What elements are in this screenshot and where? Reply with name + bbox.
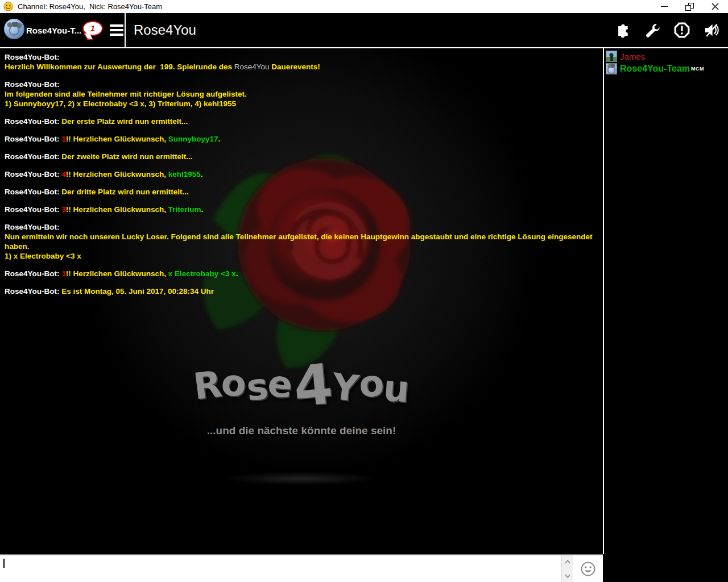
- chat-area: Rose4You ...und die nächste könnte deine…: [0, 48, 603, 554]
- chat-message: Rose4You-Bot: 3!! Herzlichen Glückwunsch…: [5, 205, 598, 214]
- message-segment: .: [236, 269, 238, 278]
- wrench-icon: [644, 22, 661, 39]
- chat-message: Rose4You-Bot: Der dritte Platz wird nun …: [5, 187, 598, 197]
- user-name: Rose4You-Team: [620, 64, 690, 74]
- chat-message: Rose4You-Bot: Der erste Platz wird nun e…: [5, 117, 598, 126]
- message-segment: Rose4You-Bot:: [5, 269, 61, 278]
- logo-letter: 4: [291, 351, 336, 419]
- message-line: 1) x Electrobaby <3 x: [5, 251, 598, 261]
- message-segment: Rose4You-Bot:: [5, 80, 60, 89]
- message-segment: Es ist Montag, 05. Juni 2017, 00:28:34 U…: [61, 287, 214, 296]
- channel-name[interactable]: Rose4You-T...: [26, 26, 81, 35]
- user-avatar: [606, 51, 617, 62]
- message-line: Rose4You-Bot: 1!! Herzlichen Glückwunsch…: [5, 269, 598, 278]
- message-segment: Rose4You-Bot:: [5, 170, 61, 178]
- userlist-item[interactable]: Rose4You-TeamMCM: [606, 63, 728, 74]
- composer-scrollbar[interactable]: [562, 555, 573, 582]
- restore-button[interactable]: [677, 0, 702, 13]
- message-input[interactable]: [0, 555, 561, 582]
- page-title: Rose4You: [134, 22, 196, 38]
- channel-avatar[interactable]: [4, 19, 24, 39]
- message-line: Rose4You-Bot:: [5, 80, 598, 89]
- userlist-item[interactable]: James: [606, 51, 728, 62]
- message-segment: Der dritte Platz wird nun ermittelt...: [61, 188, 189, 196]
- message-segment: 1) Sunnyboyy17, 2) x Electrobaby <3 x, 3…: [5, 99, 236, 108]
- message-line: Rose4You-Bot: 3!! Herzlichen Glückwunsch…: [5, 205, 598, 214]
- logo-letter: o: [357, 362, 385, 406]
- avatar-doodle: [7, 22, 22, 36]
- message-line: Nun ermitteln wir noch unseren Lucky Los…: [5, 232, 598, 251]
- message-line: 1) Sunnyboyy17, 2) x Electrobaby <3 x, 3…: [5, 99, 598, 109]
- message-line: Rose4You-Bot: Es ist Montag, 05. Juni 20…: [5, 286, 598, 296]
- message-line: Im folgenden sind alle Teilnehmer mit ri…: [5, 89, 598, 99]
- logo-text: Rose4You: [188, 344, 415, 409]
- menu-button[interactable]: [110, 24, 123, 36]
- minimize-button[interactable]: [651, 0, 677, 13]
- scroll-up-button[interactable]: [563, 557, 572, 566]
- chat-message: Rose4You-Bot: Der zweite Platz wird nun …: [5, 152, 598, 161]
- window-titlebar: Channel: Rose4You, Nick: Rose4You-Team: [0, 0, 728, 13]
- chat-message: Rose4You-Bot: 1!! Herzlichen Glückwunsch…: [5, 269, 598, 278]
- message-segment: Rose4You-Bot:: [5, 287, 61, 296]
- message-count-badge[interactable]: 1: [82, 21, 103, 36]
- message-composer: [0, 554, 603, 582]
- message-segment: Triterium: [168, 205, 201, 214]
- message-segment: 1) x Electrobaby <3 x: [5, 252, 81, 260]
- logo-letter: u: [382, 367, 411, 410]
- smiley-icon: [580, 561, 596, 577]
- close-button[interactable]: [702, 0, 728, 13]
- logo-letter: e: [266, 362, 295, 406]
- message-segment: Rose4You: [234, 63, 270, 71]
- chevron-up-icon: [565, 560, 570, 564]
- message-segment: .: [201, 205, 204, 214]
- message-line: Rose4You-Bot:: [5, 52, 598, 62]
- logo-letter: R: [191, 363, 224, 408]
- message-segment: 1: [61, 269, 66, 278]
- sound-muted-icon: [703, 22, 720, 39]
- chat-message: Rose4You-Bot:Im folgenden sind alle Teil…: [5, 80, 598, 109]
- chat-message: Rose4You-Bot:Nun ermitteln wir noch unse…: [5, 222, 598, 261]
- message-segment: !! Herzlichen Glückwunsch,: [66, 135, 168, 143]
- message-segment: Dauerevents!: [270, 63, 320, 71]
- message-segment: !! Herzlichen Glückwunsch,: [66, 269, 168, 278]
- message-line: Rose4You-Bot:: [5, 222, 598, 232]
- message-line: Rose4You-Bot: Der erste Platz wird nun e…: [5, 117, 598, 126]
- chat-message: Rose4You-Bot: Es ist Montag, 05. Juni 20…: [5, 286, 598, 296]
- watermark-logo: Rose4You ...und die nächste könnte deine…: [188, 344, 415, 437]
- message-segment: !! Herzlichen Glückwunsch,: [66, 205, 168, 214]
- app-smiley-icon: [3, 2, 13, 11]
- badge-count: 1: [90, 24, 95, 33]
- message-segment: Rose4You-Bot:: [5, 205, 61, 214]
- message-line: Herzlich Willkommen zur Auswertung der 1…: [5, 62, 598, 72]
- settings-button[interactable]: [644, 22, 661, 39]
- restore-icon: [685, 3, 694, 11]
- scroll-down-button[interactable]: [563, 571, 572, 580]
- message-segment: Sunnyboyy17: [168, 135, 218, 143]
- alert-button[interactable]: [673, 22, 690, 39]
- message-segment: Rose4You-Bot:: [5, 223, 60, 231]
- user-badge: MCM: [691, 66, 704, 72]
- logo-letter: o: [220, 361, 247, 405]
- chat-message: Rose4You-Bot: 1!! Herzlichen Glückwunsch…: [5, 134, 598, 144]
- app-header: Rose4You-T... 1 Rose4You: [0, 13, 728, 48]
- sound-mute-button[interactable]: [703, 22, 720, 39]
- chat-message: Rose4You-Bot: 4!! Herzlichen Glückwunsch…: [5, 169, 598, 179]
- message-line: Rose4You-Bot: Der zweite Platz wird nun …: [5, 152, 598, 161]
- message-segment: 3: [61, 205, 66, 214]
- logo-letter: Y: [330, 365, 361, 410]
- message-segment: Rose4You-Bot:: [5, 152, 61, 161]
- message-segment: !! Herzlichen Glückwunsch,: [66, 170, 168, 178]
- message-segment: .: [201, 170, 203, 178]
- window-title: Channel: Rose4You, Nick: Rose4You-Team: [18, 2, 162, 11]
- chat-message: Rose4You-Bot:Herzlich Willkommen zur Aus…: [5, 52, 598, 72]
- user-name: James: [620, 52, 645, 61]
- message-segment: Rose4You-Bot:: [5, 188, 61, 196]
- message-segment: Rose4You-Bot:: [5, 53, 60, 61]
- message-segment: Im folgenden sind alle Teilnehmer mit ri…: [5, 90, 247, 98]
- plugins-button[interactable]: [614, 22, 631, 39]
- minimize-icon: [661, 6, 668, 7]
- emoji-button[interactable]: [573, 555, 603, 582]
- message-line: Rose4You-Bot: Der dritte Platz wird nun …: [5, 187, 598, 197]
- logo-shadow: [193, 469, 410, 488]
- message-segment: kehl1955: [168, 170, 201, 178]
